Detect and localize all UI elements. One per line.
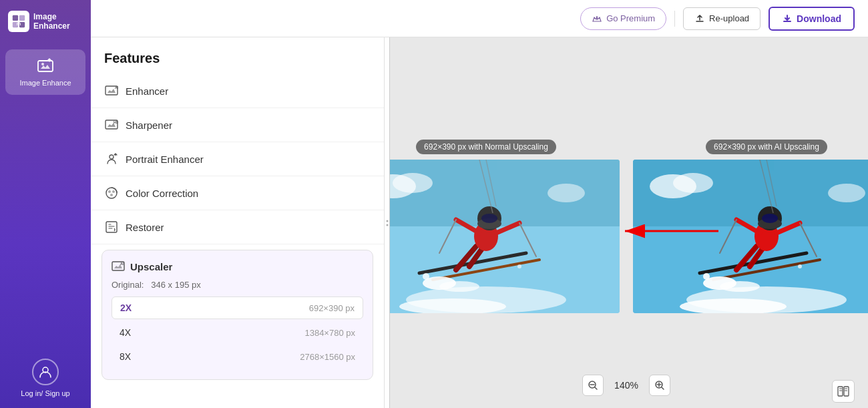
svg-rect-17 <box>106 222 117 232</box>
upscaler-icon: AI <box>112 260 125 273</box>
scale-4x-size: 1384×780 px <box>304 328 355 338</box>
right-image-label: 692×390 px with AI Upscaling <box>706 140 827 154</box>
left-ski-image <box>385 160 620 313</box>
svg-point-42 <box>439 281 479 292</box>
feature-item-color-correction[interactable]: Color Correction <box>91 176 384 210</box>
upload-icon <box>694 13 705 24</box>
left-image-label: 692×390 px with Normal Upscaling <box>416 140 556 154</box>
scale-4x-label: 4X <box>120 327 131 338</box>
zoom-out-button[interactable] <box>582 375 604 396</box>
header: Go Premium Re-upload Download <box>91 0 868 37</box>
svg-line-77 <box>662 387 664 389</box>
upscaler-title: Upscaler <box>130 261 172 272</box>
logo-icon: m <box>8 11 29 32</box>
feature-item-enhancer[interactable]: AI Enhancer <box>91 74 384 108</box>
scale-8x-label: 8X <box>120 351 131 362</box>
reupload-button[interactable]: Re-upload <box>683 7 761 30</box>
login-label[interactable]: Log in/ Sign up <box>21 389 69 397</box>
splitter-handle-icon <box>385 216 389 230</box>
color-correction-label: Color Correction <box>126 188 198 199</box>
original-info: Original: 346 x 195 px <box>112 280 363 290</box>
restorer-icon <box>104 220 119 234</box>
image-enhance-icon <box>36 57 55 76</box>
svg-point-25 <box>393 173 433 193</box>
sharpener-icon: HD <box>104 118 119 132</box>
svg-point-52 <box>828 184 865 202</box>
svg-point-21 <box>386 224 388 226</box>
main: Go Premium Re-upload Download Features <box>91 0 868 408</box>
logo-area: m Image Enhancer <box>0 0 91 43</box>
compare-icon <box>837 385 849 397</box>
svg-point-43 <box>423 273 429 280</box>
portrait-enhancer-label: Portrait Enhancer <box>126 154 204 165</box>
enhancer-label: Enhancer <box>126 85 168 97</box>
scale-option-2x[interactable]: 2X 692×390 px <box>112 296 363 319</box>
svg-point-14 <box>108 190 111 193</box>
svg-line-74 <box>595 387 597 389</box>
portrait-enhancer-icon <box>104 152 119 166</box>
svg-point-16 <box>110 194 113 196</box>
canvas-area: 692×390 px with Normal Upscaling <box>385 37 868 408</box>
features-title: Features <box>91 37 384 74</box>
sidebar-item-image-enhance-label: Image Enhance <box>19 79 71 87</box>
scale-option-4x[interactable]: 4X 1384×780 px <box>112 322 363 343</box>
zoom-controls: 140% <box>569 368 684 403</box>
scale-8x-size: 2768×1560 px <box>300 352 355 362</box>
compare-button[interactable] <box>832 380 855 403</box>
sidebar-bottom: Log in/ Sign up <box>0 348 91 408</box>
sidebar: m Image Enhancer Image Enhance L <box>0 0 91 408</box>
svg-point-20 <box>386 220 388 222</box>
svg-rect-5 <box>38 61 53 71</box>
svg-point-70 <box>798 264 802 268</box>
svg-point-62 <box>762 214 778 223</box>
svg-point-68 <box>720 281 760 292</box>
feature-item-restorer[interactable]: Restorer <box>91 210 384 244</box>
images-container: 692×390 px with Normal Upscaling <box>385 37 868 408</box>
svg-text:m: m <box>17 21 21 27</box>
zoom-level: 140% <box>612 380 641 391</box>
sidebar-nav: Image Enhance <box>0 43 91 96</box>
svg-rect-80 <box>838 387 843 396</box>
upscaler-section: AI Upscaler Original: 346 x 195 px 2X 69… <box>101 250 373 380</box>
body-area: Features AI Enhancer HD <box>91 37 868 408</box>
color-correction-icon <box>104 186 119 200</box>
zoom-in-button[interactable] <box>649 375 670 396</box>
left-image-panel: 692×390 px with Normal Upscaling <box>385 160 620 313</box>
svg-point-36 <box>481 214 497 223</box>
svg-point-6 <box>41 63 44 65</box>
avatar[interactable] <box>32 359 59 385</box>
premium-icon <box>592 13 602 24</box>
splitter[interactable] <box>385 37 390 408</box>
download-button[interactable]: Download <box>769 7 855 31</box>
feature-item-sharpener[interactable]: HD Sharpener <box>91 108 384 142</box>
svg-rect-81 <box>844 387 849 396</box>
feature-item-portrait-enhancer[interactable]: Portrait Enhancer <box>91 142 384 176</box>
enhancer-icon: AI <box>104 83 119 98</box>
header-divider <box>674 11 675 27</box>
sharpener-label: Sharpener <box>126 120 172 131</box>
restorer-label: Restorer <box>126 222 164 233</box>
svg-point-26 <box>548 184 585 202</box>
scale-2x-label: 2X <box>120 302 132 313</box>
logo-text: Image Enhancer <box>33 12 83 31</box>
svg-text:HD: HD <box>114 120 118 124</box>
right-image-panel: 692×390 px with AI Upscaling <box>633 160 868 313</box>
sidebar-item-image-enhance[interactable]: Image Enhance <box>5 49 85 95</box>
svg-point-15 <box>112 190 115 193</box>
svg-text:AI: AI <box>115 85 118 89</box>
svg-text:AI: AI <box>120 262 124 266</box>
go-premium-button[interactable]: Go Premium <box>580 7 666 30</box>
svg-point-44 <box>517 264 521 268</box>
zoom-in-icon <box>654 380 665 391</box>
features-panel: Features AI Enhancer HD <box>91 37 385 408</box>
svg-point-12 <box>110 155 114 159</box>
right-ski-image <box>633 160 868 313</box>
scale-2x-size: 692×390 px <box>309 303 355 313</box>
svg-point-69 <box>703 273 710 280</box>
scale-option-8x[interactable]: 8X 2768×1560 px <box>112 346 363 367</box>
upscaler-header: AI Upscaler <box>112 260 363 273</box>
svg-point-51 <box>673 173 713 193</box>
download-icon <box>782 13 793 24</box>
zoom-out-icon <box>588 380 598 391</box>
